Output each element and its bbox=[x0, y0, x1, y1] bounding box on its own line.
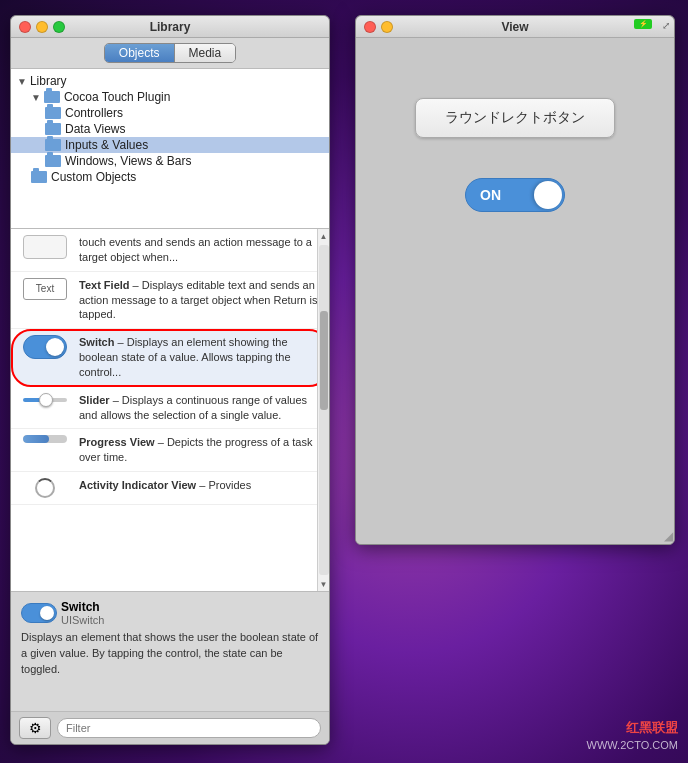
tree-item-label: Custom Objects bbox=[51, 170, 136, 184]
library-titlebar: Library bbox=[11, 16, 329, 38]
item-title: Progress View bbox=[79, 436, 155, 448]
list-item-textfield[interactable]: Text Text Field – Displays editable text… bbox=[11, 272, 329, 330]
round-rect-button[interactable]: ラウンドレクトボタン bbox=[415, 98, 615, 138]
panel-toolbar: Objects Media bbox=[11, 38, 329, 69]
tree-item-label: Cocoa Touch Plugin bbox=[64, 90, 171, 104]
item-title: Activity Indicator View bbox=[79, 479, 196, 491]
scrollbar[interactable]: ▲ ▼ bbox=[317, 229, 329, 591]
folder-icon bbox=[45, 123, 61, 135]
info-area: Switch UISwitch Displays an element that… bbox=[11, 591, 329, 711]
switch-visual-sm bbox=[21, 603, 57, 623]
info-switch-icon bbox=[21, 603, 53, 623]
item-description: touch events and sends an action message… bbox=[79, 236, 312, 263]
info-description: Displays an element that shows the user … bbox=[21, 630, 319, 678]
arrow-icon: ▼ bbox=[17, 76, 27, 87]
on-label: ON bbox=[480, 187, 501, 203]
list-area: touch events and sends an action message… bbox=[11, 229, 329, 591]
view-titlebar: View ⤢ bbox=[356, 16, 674, 38]
segmented-control: Objects Media bbox=[104, 43, 236, 63]
tree-item-dataviews[interactable]: Data Views bbox=[11, 121, 329, 137]
item-text: Switch – Displays an element showing the… bbox=[79, 335, 321, 380]
progress-visual bbox=[23, 435, 67, 443]
textfield-visual: Text bbox=[23, 278, 67, 300]
tree-item-label: Windows, Views & Bars bbox=[65, 154, 192, 168]
switch-visual bbox=[23, 335, 67, 359]
folder-icon bbox=[45, 107, 61, 119]
item-text: touch events and sends an action message… bbox=[79, 235, 321, 265]
switch-icon-container bbox=[19, 335, 71, 359]
tree-item-label: Inputs & Values bbox=[65, 138, 148, 152]
on-switch[interactable]: ON bbox=[465, 178, 565, 212]
item-title: Text Field bbox=[79, 279, 130, 291]
scroll-thumb[interactable] bbox=[320, 311, 328, 410]
view-badge bbox=[634, 19, 652, 29]
scroll-track[interactable] bbox=[319, 245, 329, 575]
progress-icon-container bbox=[19, 435, 71, 443]
tree-item-cocoa[interactable]: ▼ Cocoa Touch Plugin bbox=[11, 89, 329, 105]
tree-item-custom[interactable]: Custom Objects bbox=[11, 169, 329, 185]
gear-button[interactable]: ⚙ bbox=[19, 717, 51, 739]
item-text: Activity Indicator View – Provides bbox=[79, 478, 321, 493]
list-item-switch[interactable]: Switch – Displays an element showing the… bbox=[11, 329, 329, 387]
view-panel: View ⤢ ラウンドレクトボタン ON bbox=[355, 15, 675, 545]
tree-item-inputs[interactable]: Inputs & Values bbox=[11, 137, 329, 153]
item-description: Provides bbox=[208, 479, 251, 491]
view-traffic-lights bbox=[364, 21, 393, 33]
list-item-slider[interactable]: Slider – Displays a continuous range of … bbox=[11, 387, 329, 430]
watermark: 红黑联盟 WWW.2CTO.COM bbox=[587, 719, 678, 753]
tree-item-windows[interactable]: Windows, Views & Bars bbox=[11, 153, 329, 169]
view-minimize-button[interactable] bbox=[381, 21, 393, 33]
item-separator: – bbox=[118, 336, 127, 348]
slider-icon-container bbox=[19, 393, 71, 407]
info-name-block: Switch UISwitch bbox=[61, 600, 104, 626]
item-separator: – bbox=[113, 394, 122, 406]
info-name: Switch bbox=[61, 600, 104, 614]
folder-icon bbox=[45, 155, 61, 167]
item-separator: – bbox=[133, 279, 142, 291]
bottom-toolbar: ⚙ bbox=[11, 711, 329, 744]
folder-icon bbox=[31, 171, 47, 183]
view-resize-icon: ⤢ bbox=[662, 20, 670, 31]
activity-visual bbox=[35, 478, 55, 498]
info-header: Switch UISwitch bbox=[21, 600, 319, 626]
list-item-activity[interactable]: Activity Indicator View – Provides bbox=[11, 472, 329, 505]
tree-item-library[interactable]: ▼ Library bbox=[11, 73, 329, 89]
resize-handle[interactable] bbox=[660, 530, 674, 544]
item-text: Slider – Displays a continuous range of … bbox=[79, 393, 321, 423]
panel-title: Library bbox=[150, 20, 191, 34]
item-separator: – bbox=[158, 436, 167, 448]
list-item-progress[interactable]: Progress View – Depicts the progress of … bbox=[11, 429, 329, 472]
touch-icon bbox=[19, 235, 71, 259]
watermark-line1: 红黑联盟 bbox=[587, 719, 678, 737]
list-item-touch[interactable]: touch events and sends an action message… bbox=[11, 229, 329, 272]
tree-area: ▼ Library ▼ Cocoa Touch Plugin Controlle… bbox=[11, 69, 329, 229]
media-tab[interactable]: Media bbox=[175, 44, 236, 62]
info-class: UISwitch bbox=[61, 614, 104, 626]
item-text: Progress View – Depicts the progress of … bbox=[79, 435, 321, 465]
activity-icon-container bbox=[19, 478, 71, 498]
slider-visual bbox=[23, 393, 67, 407]
scroll-up-arrow[interactable]: ▲ bbox=[318, 229, 330, 243]
item-title: Slider bbox=[79, 394, 110, 406]
tree-item-controllers[interactable]: Controllers bbox=[11, 105, 329, 121]
close-button[interactable] bbox=[19, 21, 31, 33]
textfield-icon: Text bbox=[19, 278, 71, 300]
item-text: Text Field – Displays editable text and … bbox=[79, 278, 321, 323]
tree-item-label: Data Views bbox=[65, 122, 125, 136]
view-close-button[interactable] bbox=[364, 21, 376, 33]
switch-thumb bbox=[534, 181, 562, 209]
filter-input[interactable] bbox=[57, 718, 321, 738]
item-title: Switch bbox=[79, 336, 114, 348]
library-panel: Library Objects Media ▼ Library ▼ Cocoa … bbox=[10, 15, 330, 745]
scroll-down-arrow[interactable]: ▼ bbox=[318, 577, 330, 591]
arrow-icon: ▼ bbox=[31, 92, 41, 103]
minimize-button[interactable] bbox=[36, 21, 48, 33]
view-title: View bbox=[501, 20, 528, 34]
traffic-lights bbox=[19, 21, 65, 33]
tree-item-label: Controllers bbox=[65, 106, 123, 120]
watermark-line2: WWW.2CTO.COM bbox=[587, 738, 678, 753]
objects-tab[interactable]: Objects bbox=[105, 44, 175, 62]
tree-item-label: Library bbox=[30, 74, 67, 88]
maximize-button[interactable] bbox=[53, 21, 65, 33]
folder-icon bbox=[45, 139, 61, 151]
